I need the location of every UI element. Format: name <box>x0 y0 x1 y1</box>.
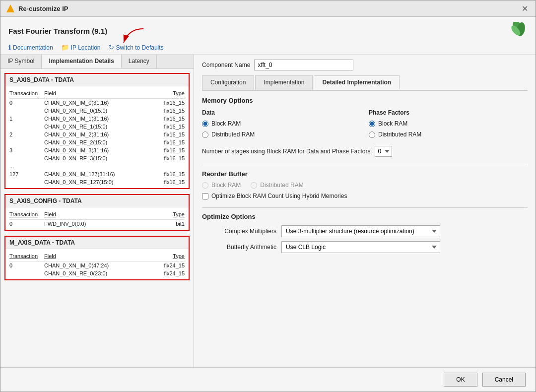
reorder-buffer-section: Reorder Buffer Block RAM Distributed RAM <box>202 170 528 199</box>
location-icon: 📁 <box>61 44 69 51</box>
s-axis-config-section: S_AXIS_CONFIG - TDATA Transaction Field … <box>4 194 190 231</box>
component-name-label: Component Name <box>202 62 250 68</box>
right-panel: Component Name Configuration Implementat… <box>194 55 536 367</box>
tab-implementation-details[interactable]: Implementation Details <box>42 55 121 68</box>
left-content: S_AXIS_DATA - TDATA Transaction Field Ty… <box>0 69 194 367</box>
m-axis-data-section: M_AXIS_DATA - TDATA Transaction Field Ty… <box>4 236 190 280</box>
complex-multipliers-select[interactable]: Use 3-multiplier structure (resource opt… <box>281 225 440 237</box>
reorder-distributed-ram-option[interactable]: Distributed RAM <box>251 182 303 189</box>
table-row: CHAN_0_XN_RE_2(15:0) fix16_15 <box>9 138 185 146</box>
data-block-ram-label: Block RAM <box>211 120 241 127</box>
re-customize-dialog: Re-customize IP ✕ Fast Fourier Transform… <box>0 0 536 392</box>
phase-factors-col-title: Phase Factors <box>369 109 528 116</box>
app-title-row: Fast Fourier Transform (9.1) <box>8 22 528 40</box>
s-axis-data-section: S_AXIS_DATA - TDATA Transaction Field Ty… <box>4 73 190 189</box>
m-axis-data-col-headers: Transaction Field Type <box>9 251 185 261</box>
stages-label: Number of stages using Block RAM for Dat… <box>202 148 371 155</box>
data-distributed-ram-option[interactable]: Distributed RAM <box>202 131 361 138</box>
memory-grid: Data Block RAM Distributed RAM <box>202 109 528 138</box>
vivado-logo <box>510 22 528 40</box>
ok-button[interactable]: OK <box>444 373 477 387</box>
tab-detailed-implementation[interactable]: Detailed Implementation <box>314 75 400 90</box>
left-tabs: IP Symbol Implementation Details Latency <box>0 55 194 69</box>
phase-block-ram-option[interactable]: Block RAM <box>369 120 528 127</box>
right-tabs: Configuration Implementation Detailed Im… <box>202 75 528 91</box>
reorder-block-ram-option[interactable]: Block RAM <box>202 182 241 189</box>
data-distributed-ram-radio[interactable] <box>202 131 208 138</box>
col-transaction-header: Transaction <box>9 90 44 96</box>
phase-block-ram-radio[interactable] <box>369 121 375 127</box>
data-col-title: Data <box>202 109 361 116</box>
stages-row: Number of stages using Block RAM for Dat… <box>202 146 528 157</box>
cancel-button[interactable]: Cancel <box>482 373 526 387</box>
col-type-header: Type <box>150 253 185 259</box>
tab-latency[interactable]: Latency <box>122 55 157 68</box>
col-type-header: Type <box>150 211 185 217</box>
complex-multipliers-label: Complex Multipliers <box>202 228 281 235</box>
s-axis-data-col-headers: Transaction Field Type <box>9 88 185 99</box>
col-type-header: Type <box>150 90 185 96</box>
left-panel: IP Symbol Implementation Details Latency… <box>0 55 194 367</box>
ip-location-button[interactable]: 📁 IP Location <box>61 44 101 51</box>
header-section: Fast Fourier Transform (9.1) ℹ Documenta… <box>0 17 536 55</box>
phase-distributed-ram-label: Distributed RAM <box>378 131 421 138</box>
table-row: 0 FWD_INV_0(0:0) bit1 <box>9 220 185 228</box>
data-block-ram-radio[interactable] <box>202 121 208 127</box>
red-arrow-indicator <box>114 28 153 48</box>
reorder-block-ram-radio <box>202 182 208 189</box>
table-row: 127 CHAN_0_XN_IM_127(31:16) fix16_15 <box>9 170 185 178</box>
table-row: 1 CHAN_0_XN_IM_1(31:16) fix16_15 <box>9 115 185 123</box>
memory-options-title: Memory Options <box>202 97 528 104</box>
documentation-label: Documentation <box>13 44 53 51</box>
tab-configuration[interactable]: Configuration <box>202 75 254 90</box>
data-block-ram-option[interactable]: Block RAM <box>202 120 361 127</box>
butterfly-arithmetic-label: Butterfly Arithmetic <box>202 244 281 251</box>
phase-distributed-ram-radio[interactable] <box>369 131 375 138</box>
phase-distributed-ram-option[interactable]: Distributed RAM <box>369 131 528 138</box>
app-icon <box>6 4 14 12</box>
tab-ip-symbol[interactable]: IP Symbol <box>0 55 42 68</box>
col-transaction-header: Transaction <box>9 211 44 217</box>
complex-multipliers-row: Complex Multipliers Use 3-multiplier str… <box>202 225 528 237</box>
reorder-buffer-title: Reorder Buffer <box>202 170 528 178</box>
table-row: CHAN_0_XN_RE_1(15:0) fix16_15 <box>9 123 185 131</box>
optimize-hybrid-label: Optimize Block RAM Count Using Hybrid Me… <box>211 193 347 199</box>
reorder-distributed-ram-label: Distributed RAM <box>260 182 303 189</box>
documentation-button[interactable]: ℹ Documentation <box>8 44 53 51</box>
phase-block-ram-label: Block RAM <box>378 120 407 127</box>
col-field-header: Field <box>44 211 150 217</box>
col-transaction-header: Transaction <box>9 253 44 259</box>
table-row: 2 CHAN_0_XN_IM_2(31:16) fix16_15 <box>9 131 185 138</box>
phase-radio-group: Block RAM Distributed RAM <box>369 120 528 138</box>
component-name-input[interactable] <box>254 60 353 70</box>
footer: OK Cancel <box>0 367 536 392</box>
stages-select[interactable]: 0 1 2 <box>375 146 392 157</box>
table-row: 0 CHAN_0_XN_IM_0(47:24) fix24_15 <box>9 261 185 269</box>
main-content: IP Symbol Implementation Details Latency… <box>0 55 536 367</box>
s-axis-data-header: S_AXIS_DATA - TDATA <box>5 74 189 86</box>
col-field-header: Field <box>44 253 150 259</box>
divider-2 <box>202 207 528 208</box>
component-name-row: Component Name <box>202 60 528 70</box>
m-axis-data-table: Transaction Field Type 0 CHAN_0_XN_IM_0(… <box>5 249 189 279</box>
col-field-header: Field <box>44 90 150 96</box>
butterfly-arithmetic-select[interactable]: Use CLB Logic Use DSP48 <box>281 241 440 253</box>
m-axis-data-header: M_AXIS_DATA - TDATA <box>5 237 189 249</box>
table-row: CHAN_0_XN_RE_3(15:0) fix16_15 <box>9 154 185 162</box>
s-axis-data-table: Transaction Field Type 0 CHAN_0_XN_IM_0(… <box>5 86 189 188</box>
optimize-options-section: Optimize Options Complex Multipliers Use… <box>202 213 528 253</box>
table-row: 3 CHAN_0_XN_IM_3(31:16) fix16_15 <box>9 146 185 154</box>
table-row: CHAN_0_XN_RE_127(15:0) fix16_15 <box>9 178 185 186</box>
s-axis-config-header: S_AXIS_CONFIG - TDATA <box>5 195 189 207</box>
data-column: Data Block RAM Distributed RAM <box>202 109 361 138</box>
table-row: CHAN_0_XN_RE_0(15:0) fix16_15 <box>9 107 185 115</box>
ellipsis: ... <box>9 162 185 170</box>
data-radio-group: Block RAM Distributed RAM <box>202 120 361 138</box>
tab-implementation[interactable]: Implementation <box>255 75 313 90</box>
optimize-hybrid-checkbox[interactable] <box>202 193 208 199</box>
close-button[interactable]: ✕ <box>520 3 530 13</box>
ip-location-label: IP Location <box>71 44 101 51</box>
reorder-distributed-ram-radio <box>251 182 257 189</box>
data-distributed-ram-label: Distributed RAM <box>211 131 255 138</box>
phase-factors-column: Phase Factors Block RAM Distributed RAM <box>369 109 528 138</box>
